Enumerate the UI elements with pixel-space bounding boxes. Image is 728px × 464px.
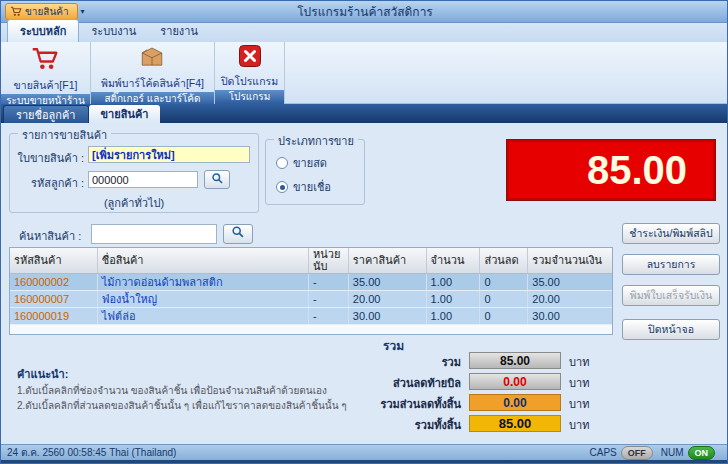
customer-code-field[interactable] (88, 171, 198, 188)
sales-list-groupbox: รายการขายสินค้า ใบขายสินค้า : รหัสลูกค้า… (9, 133, 259, 213)
print-receipt-button: พิมพ์ใบเสร็จรับเงิน (622, 285, 720, 306)
summary-bill-discount-value[interactable]: 0.00 (469, 373, 561, 390)
col-header-name: ชื่อสินค้า (98, 248, 309, 273)
caps-label: CAPS (589, 447, 616, 458)
status-datetime: 24 ต.ค. 2560 00:58:45 Thai (Thailand) (7, 445, 176, 460)
search-product-input[interactable] (91, 224, 217, 244)
delete-item-button[interactable]: ลบรายการ (622, 254, 720, 275)
num-label: NUM (661, 447, 684, 458)
app-window: โปรแกรมร้านค้าสวัสดิการ ขายสินค้า ▾ ระบบ… (0, 0, 728, 464)
ribbon-tab-work[interactable]: ระบบงาน (79, 20, 148, 42)
ribbon-tab-reports[interactable]: รายงาน (148, 20, 210, 42)
table-row[interactable]: 160000007 ฟ่องน้ำใหญ่ - 20.00 1.00 0 20.… (10, 291, 612, 308)
col-header-unit: หน่วยนับ (309, 248, 349, 273)
box-icon (138, 44, 166, 74)
col-header-discount: ส่วนลด (480, 248, 528, 273)
col-header-qty: จำนวน (427, 248, 481, 273)
tip-line-1: 1.ดับเบิ้ลคลิกที่ช่องจำนวน ของสินค้าชิ้น… (17, 383, 327, 398)
radio-cash-label: ขายสด (293, 154, 327, 172)
ribbon-tab-main[interactable]: ระบบหลัก (7, 19, 79, 42)
invoice-label: ใบขายสินค้า : (10, 149, 84, 167)
radio-credit-icon (276, 181, 288, 193)
ribbon-group-caption-program: โปรแกรม (215, 90, 284, 104)
table-row[interactable]: 160000019 ไฟต์ล่อ - 30.00 1.00 0 30.00 (10, 308, 612, 325)
ribbon-body: ขายสินค้า[F1] ระบบขายหน้าร้าน พิมพ์บาร์โ… (1, 42, 728, 104)
window-title: โปรแกรมร้านค้าสวัสดิการ (1, 2, 728, 21)
summary-total-discount-value: 0.00 (469, 394, 561, 411)
status-bar: 24 ต.ค. 2560 00:58:45 Thai (Thailand) CA… (1, 444, 728, 460)
sale-type-group-title: ประเภทการขาย (274, 132, 358, 150)
table-header-row: รหัสสินค้า ชื่อสินค้า หน่วยนับ ราคาสินค้… (10, 248, 612, 274)
summary-total-value: 85.00 (469, 352, 561, 369)
summary-grand-total-label: รวมทั้งสิ้น (301, 416, 461, 434)
radio-cash-icon (276, 157, 288, 169)
radio-credit-sale[interactable]: ขายเชื่อ (276, 178, 331, 196)
quick-access-label: ขายสินค้า (25, 4, 69, 19)
ribbon-group-sales: ขายสินค้า[F1] ระบบขายหน้าร้าน (1, 42, 91, 103)
customer-code-label: รหัสลูกค้า : (10, 174, 84, 192)
quick-access-tab[interactable]: ขายสินค้า (5, 3, 78, 20)
main-panel: รายการขายสินค้า ใบขายสินค้า : รหัสลูกค้า… (1, 123, 728, 444)
chevron-down-icon[interactable]: ▾ (81, 7, 85, 16)
search-product-label: ค้นหาสินค้า : (19, 227, 81, 245)
close-program-label: ปิดโปรแกรม (221, 73, 278, 90)
tips-title: คำแนะนำ: (17, 365, 68, 383)
customer-note: (ลูกค้าทั่วไป) (10, 194, 258, 212)
summary-grand-total-unit: บาท (569, 416, 589, 434)
document-tab-strip: รายชื่อลูกค้า ขายสินค้า (1, 104, 728, 123)
sell-products-label: ขายสินค้า[F1] (14, 77, 78, 94)
sell-products-button[interactable]: ขายสินค้า[F1] (14, 42, 78, 94)
ribbon-group-barcode: พิมพ์บาร์โค้ดสินค้า[F4] สติ๊กเกอร์ และบา… (91, 42, 215, 103)
tab-customer-list[interactable]: รายชื่อลูกค้า (3, 105, 89, 123)
invoice-field[interactable] (88, 146, 250, 163)
col-header-price: ราคาสินค้า (349, 248, 427, 273)
table-row[interactable]: 160000002 ไม้กวาดอ่อนด้ามพลาสติก - 35.00… (10, 274, 612, 291)
col-header-amount: รวมจำนวนเงิน (528, 248, 612, 273)
close-program-button[interactable]: ปิดโปรแกรม (221, 42, 278, 90)
sales-list-group-title: รายการขายสินค้า (18, 126, 111, 144)
summary-grand-total-value: 85.00 (469, 415, 561, 432)
customer-search-button[interactable] (204, 170, 230, 189)
close-screen-button[interactable]: ปิดหน้าจอ (622, 319, 720, 340)
cart-icon (30, 44, 60, 76)
close-icon (238, 44, 262, 72)
pay-print-slip-button[interactable]: ชำระเงิน/พิมพ์สลิป (622, 223, 720, 244)
summary-total-label: รวม (301, 353, 461, 371)
search-icon (211, 171, 224, 189)
sale-type-groupbox: ประเภทการขาย ขายสด ขายเชื่อ (265, 139, 365, 205)
cart-icon (10, 5, 22, 19)
summary-total-unit: บาท (569, 353, 589, 371)
radio-credit-label: ขายเชื่อ (293, 178, 331, 196)
total-amount-display: 85.00 (506, 139, 716, 201)
items-table: รหัสสินค้า ชื่อสินค้า หน่วยนับ ราคาสินค้… (9, 247, 613, 335)
col-header-code: รหัสสินค้า (10, 248, 98, 273)
tab-sell-products[interactable]: ขายสินค้า (89, 105, 161, 123)
caps-toggle[interactable]: OFF (621, 446, 653, 460)
summary-bill-discount-unit: บาท (569, 374, 589, 392)
search-icon (231, 225, 245, 243)
print-barcode-button[interactable]: พิมพ์บาร์โค้ดสินค้า[F4] (101, 42, 204, 92)
window-bottom-frame (1, 460, 728, 464)
radio-cash-sale[interactable]: ขายสด (276, 154, 327, 172)
summary-total-discount-unit: บาท (569, 395, 589, 413)
ribbon-tab-strip: ระบบหลัก ระบบงาน รายงาน (1, 23, 728, 42)
ribbon-group-program: ปิดโปรแกรม โปรแกรม (215, 42, 285, 103)
search-product-button[interactable] (223, 224, 253, 244)
print-barcode-label: พิมพ์บาร์โค้ดสินค้า[F4] (101, 75, 204, 92)
tip-line-2: 2.ดับเบิ้ลคลิกที่ส่วนลดของสินค้าชิ้นนั้น… (17, 398, 347, 413)
num-toggle[interactable]: ON (688, 446, 716, 460)
